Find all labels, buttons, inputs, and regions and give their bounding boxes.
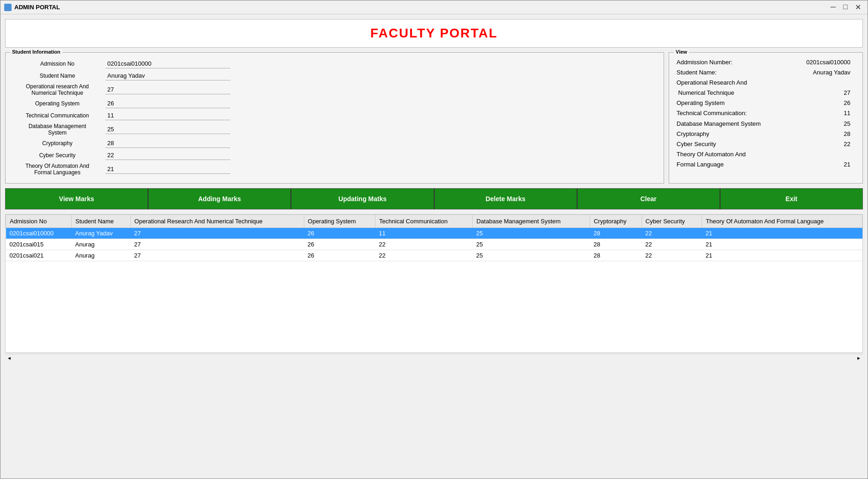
os-row: Operating System — [13, 99, 656, 108]
admission-label: Admission No — [13, 61, 105, 67]
view-admission-value: 0201csai010000 — [806, 57, 855, 68]
table-cell: 22 — [641, 239, 702, 250]
table-cell: 25 — [473, 239, 590, 250]
col-cs: Cyber Security — [641, 215, 702, 228]
crypto-label: Cryptoraphy — [13, 140, 105, 147]
table-cell: 26 — [304, 250, 375, 261]
app-icon — [4, 4, 12, 11]
os-input[interactable] — [105, 99, 230, 108]
toa-label: Theory Of Automaton AndFormal Languages — [13, 163, 105, 176]
table-cell: 22 — [375, 250, 472, 261]
view-admission-label: Addmission Number: — [677, 57, 806, 68]
table-cell: 25 — [473, 250, 590, 261]
table-header-row: Admission No Student Name Operational Re… — [6, 215, 862, 228]
or-input[interactable] — [105, 85, 230, 94]
top-section: Student Information Admission No Student… — [5, 52, 863, 184]
student-name-row: Student Name — [13, 71, 656, 80]
table-cell: Anurag — [71, 250, 130, 261]
student-info-legend: Student Information — [10, 49, 62, 55]
student-name-input[interactable] — [105, 71, 230, 80]
view-name-row: Student Name: Anurag Yadav — [677, 68, 855, 78]
window-controls[interactable]: ─ □ ✕ — [828, 3, 864, 12]
table-cell: 28 — [590, 250, 641, 261]
col-tc: Technical Communication — [375, 215, 472, 228]
view-content: Addmission Number: 0201csai010000 Studen… — [677, 57, 855, 170]
table-cell: 0201csai021 — [6, 250, 72, 261]
page-title: FACULTY PORTAL — [370, 26, 498, 40]
minimize-button[interactable]: ─ — [828, 3, 838, 12]
dbms-row: Database ManagementSystem — [13, 123, 656, 136]
close-button[interactable]: ✕ — [852, 3, 864, 12]
table-row[interactable]: 0201csai021Anurag27262225282221 — [6, 250, 862, 261]
os-label: Operating System — [13, 100, 105, 107]
col-crypto: Cryptoraphy — [590, 215, 641, 228]
crypto-row: Cryptoraphy — [13, 139, 656, 148]
exit-button[interactable]: Exit — [720, 189, 862, 209]
toa-row: Theory Of Automaton AndFormal Languages — [13, 163, 656, 176]
marks-table: Admission No Student Name Operational Re… — [6, 215, 862, 261]
view-name-label: Student Name: — [677, 68, 813, 78]
table-cell: 26 — [304, 239, 375, 250]
table-cell: 0201csai015 — [6, 239, 72, 250]
cs-row: Cyber Security — [13, 151, 656, 160]
dbms-label: Database ManagementSystem — [13, 123, 105, 136]
table-cell: 25 — [473, 228, 590, 239]
view-marks-button[interactable]: View Marks — [6, 189, 148, 209]
marks-table-section: Admission No Student Name Operational Re… — [5, 214, 863, 353]
table-body: 0201csai010000Anurag Yadav27261125282221… — [6, 228, 862, 261]
view-name-value: Anurag Yadav — [813, 68, 855, 78]
table-cell: 28 — [590, 239, 641, 250]
view-panel: View Addmission Number: 0201csai010000 S… — [669, 52, 863, 184]
table-row[interactable]: 0201csai010000Anurag Yadav27261125282221 — [6, 228, 862, 239]
col-or: Operational Research And Numerical Techn… — [130, 215, 304, 228]
table-row[interactable]: 0201csai015Anurag27262225282221 — [6, 239, 862, 250]
admission-row: Admission No — [13, 59, 656, 68]
view-admission-row: Addmission Number: 0201csai010000 — [677, 57, 855, 68]
table-cell: 11 — [375, 228, 472, 239]
table-cell: 22 — [641, 228, 702, 239]
table-cell: Anurag Yadav — [71, 228, 130, 239]
cs-label: Cyber Security — [13, 152, 105, 159]
tc-input[interactable] — [105, 111, 230, 120]
table-cell: 27 — [130, 239, 304, 250]
maximize-button[interactable]: □ — [840, 3, 850, 12]
table-cell: 21 — [702, 239, 862, 250]
col-toa: Theory Of Automaton And Formal Language — [702, 215, 862, 228]
col-student-name: Student Name — [71, 215, 130, 228]
table-cell: 27 — [130, 250, 304, 261]
app-title: ADMIN PORTAL — [14, 4, 60, 11]
crypto-input[interactable] — [105, 139, 230, 148]
table-cell: 22 — [641, 250, 702, 261]
table-cell: 21 — [702, 250, 862, 261]
table-cell: 26 — [304, 228, 375, 239]
view-subjects: Operational Research And Numerical Techn… — [677, 78, 855, 170]
col-os: Operating System — [304, 215, 375, 228]
delete-marks-button[interactable]: Delete Marks — [435, 189, 578, 209]
or-row: Operational research AndNumerical Techni… — [13, 83, 656, 96]
col-admission-no: Admission No — [6, 215, 72, 228]
cs-input[interactable] — [105, 151, 230, 160]
admission-input[interactable] — [105, 59, 230, 68]
updating-marks-button[interactable]: Updating Matks — [291, 189, 434, 209]
table-cell: 0201csai010000 — [6, 228, 72, 239]
dbms-input[interactable] — [105, 125, 230, 134]
table-cell: 27 — [130, 228, 304, 239]
table-cell: 28 — [590, 228, 641, 239]
button-bar: View Marks Adding Marks Updating Matks D… — [5, 188, 863, 209]
clear-button[interactable]: Clear — [578, 189, 720, 209]
table-cell: 21 — [702, 228, 862, 239]
tc-row: Technical Communication — [13, 111, 656, 120]
student-info-panel: Student Information Admission No Student… — [5, 52, 664, 184]
title-bar: ADMIN PORTAL ─ □ ✕ — [0, 0, 868, 14]
scroll-right-arrow[interactable]: ► — [856, 356, 861, 361]
page-title-bar: FACULTY PORTAL — [5, 19, 863, 48]
col-dbms: Database Management System — [473, 215, 590, 228]
student-name-label: Student Name — [13, 73, 105, 79]
scroll-left-arrow[interactable]: ◄ — [7, 356, 12, 361]
table-cell: 22 — [375, 239, 472, 250]
main-content: FACULTY PORTAL Student Information Admis… — [0, 14, 868, 367]
view-legend: View — [674, 49, 689, 55]
adding-marks-button[interactable]: Adding Marks — [148, 189, 291, 209]
or-label: Operational research AndNumerical Techni… — [13, 83, 105, 96]
toa-input[interactable] — [105, 165, 230, 174]
